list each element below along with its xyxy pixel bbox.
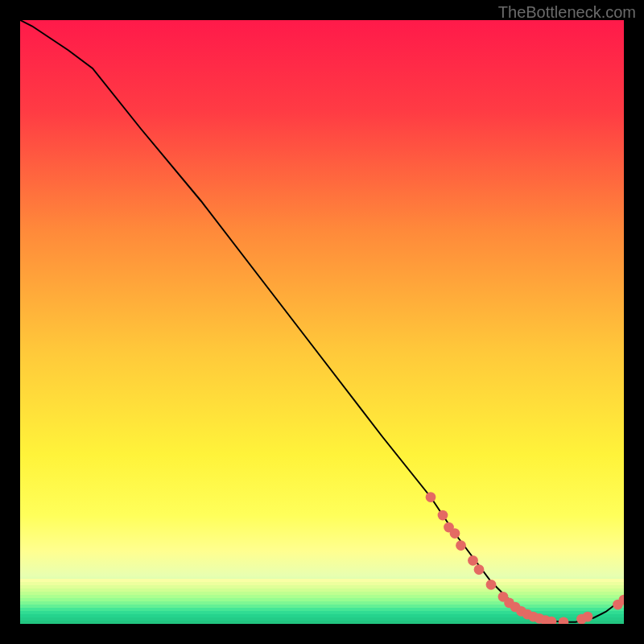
plot-area [20,20,624,624]
data-marker [438,510,448,521]
data-marker [468,555,478,566]
data-marker [486,580,497,590]
data-marker [450,528,460,539]
data-marker [426,492,436,502]
bottleneck-curve [20,20,624,622]
data-marker [583,612,593,622]
watermark-text: TheBottleneck.com [498,3,636,22]
data-marker [456,540,466,551]
data-marker [474,564,485,575]
marker-group [426,492,624,624]
curve-layer [20,20,624,624]
data-marker [559,617,569,624]
